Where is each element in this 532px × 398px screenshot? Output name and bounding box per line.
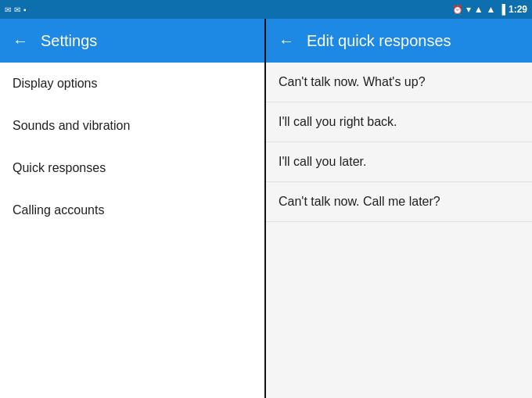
quick-responses-panel: ← Edit quick responses Can't talk now. W…	[266, 19, 532, 398]
status-time: 1:29	[509, 4, 527, 15]
responses-list: Can't talk now. What's up? I'll call you…	[266, 63, 532, 398]
battery-icon: ▐	[498, 4, 505, 15]
response-item-2[interactable]: I'll call you right back.	[266, 102, 532, 142]
quick-responses-app-bar: ← Edit quick responses	[266, 19, 532, 63]
quick-responses-back-button[interactable]: ←	[279, 32, 294, 50]
gmail-icon: ✉	[14, 5, 20, 14]
main-content: ← Settings Display options Sounds and vi…	[0, 19, 532, 398]
photo-icon: ▪	[23, 5, 27, 14]
status-bar-right: ⏰ ▾ ▲ ▲ ▐ 1:29	[266, 0, 532, 19]
response-item-3[interactable]: I'll call you later.	[266, 142, 532, 182]
settings-item-display[interactable]: Display options	[0, 63, 264, 105]
status-bar: ✉ ✉ ▪ ⏰ ▾ ▲ ▲ ▐ 1:29	[0, 0, 532, 19]
response-item-1[interactable]: Can't talk now. What's up?	[266, 63, 532, 102]
settings-item-sounds[interactable]: Sounds and vibration	[0, 105, 264, 147]
response-item-4[interactable]: Can't talk now. Call me later?	[266, 182, 532, 222]
wifi-icon: ▾	[466, 4, 471, 15]
signal-icon-1: ▲	[474, 4, 483, 15]
message-icon: ✉	[5, 5, 11, 14]
settings-title: Settings	[41, 32, 97, 50]
quick-responses-title: Edit quick responses	[307, 32, 451, 50]
alarm-icon: ⏰	[452, 5, 463, 15]
settings-list: Display options Sounds and vibration Qui…	[0, 63, 264, 398]
settings-app-bar: ← Settings	[0, 19, 264, 63]
signal-icon-2: ▲	[487, 4, 496, 15]
settings-item-quick-responses[interactable]: Quick responses	[0, 147, 264, 189]
settings-panel: ← Settings Display options Sounds and vi…	[0, 19, 266, 398]
settings-back-button[interactable]: ←	[13, 32, 28, 50]
settings-item-calling-accounts[interactable]: Calling accounts	[0, 189, 264, 231]
status-bar-left: ✉ ✉ ▪	[0, 0, 266, 19]
